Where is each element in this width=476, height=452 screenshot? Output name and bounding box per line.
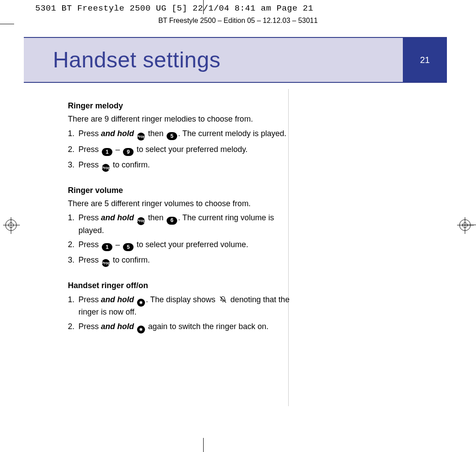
page-title: Handset settings <box>53 47 220 73</box>
prog-button-icon: Prog <box>137 217 145 225</box>
prog-button-icon: Prog <box>102 259 110 267</box>
ringer-off-icon <box>219 296 227 304</box>
digit-5-button-icon: 5 <box>167 132 177 140</box>
digit-1-button-icon: 1 <box>102 243 112 251</box>
section-heading: Handset ringer off/on <box>68 280 293 291</box>
crop-mark <box>0 24 14 24</box>
section-intro: There are 9 different ringer melodies to… <box>68 114 293 124</box>
step: 1.Press and hold Prog then 6. The curren… <box>68 212 293 235</box>
star-button-icon: ✱ <box>137 326 145 333</box>
step: 1.Press and hold Prog then 5. The curren… <box>68 128 293 141</box>
step: 2.Press and hold ✱ again to switch the r… <box>68 321 293 333</box>
crop-mark <box>462 225 476 225</box>
step: 1.Press and hold ✱. The display shows de… <box>68 294 293 317</box>
step: 3.Press Prog to confirm. <box>68 159 293 172</box>
step-number: 1. <box>68 128 74 139</box>
prog-button-icon: Prog <box>102 164 110 172</box>
section-intro: There are 5 different ringer volumes to … <box>68 198 293 209</box>
print-slug: 5301 BT Freestyle 2500 UG [5] 22/1/04 8:… <box>35 4 313 13</box>
crop-mark <box>203 438 204 452</box>
step-number: 1. <box>68 294 74 305</box>
step-number: 3. <box>68 159 74 170</box>
star-button-icon: ✱ <box>137 299 145 307</box>
crop-mark <box>203 0 204 14</box>
emphasis: and hold <box>101 213 134 222</box>
digit-5-button-icon: 5 <box>123 243 134 251</box>
emphasis: and hold <box>101 129 134 138</box>
page-number-badge: 21 <box>403 37 447 83</box>
emphasis: and hold <box>101 295 134 304</box>
digit-6-button-icon: 6 <box>167 217 177 225</box>
section-heading: Ringer melody <box>68 100 293 111</box>
registration-mark-icon <box>5 219 17 231</box>
prog-button-icon: Prog <box>137 133 145 141</box>
step-number: 1. <box>68 212 74 223</box>
digit-1-button-icon: 1 <box>102 148 112 156</box>
step-number: 2. <box>68 321 74 332</box>
emphasis: and hold <box>101 322 134 331</box>
step-number: 3. <box>68 255 74 265</box>
step: 3.Press Prog to confirm. <box>68 255 293 267</box>
content-column: Ringer melodyThere are 9 different ringe… <box>68 96 293 336</box>
title-banner: Handset settings 21 <box>24 37 447 83</box>
title-banner-left: Handset settings <box>24 37 403 83</box>
step-number: 2. <box>68 144 74 155</box>
section-heading: Ringer volume <box>68 185 293 196</box>
registration-mark-icon <box>459 219 471 231</box>
step: 2.Press 1 – 9 to select your preferred m… <box>68 144 293 156</box>
digit-9-button-icon: 9 <box>123 148 134 156</box>
page-body: Handset settings 21 Ringer melodyThere a… <box>24 27 447 437</box>
step: 2.Press 1 – 5 to select your preferred v… <box>68 239 293 251</box>
edition-line: BT Freestyle 2500 – Edition 05 – 12.12.0… <box>0 17 476 25</box>
step-number: 2. <box>68 239 74 250</box>
